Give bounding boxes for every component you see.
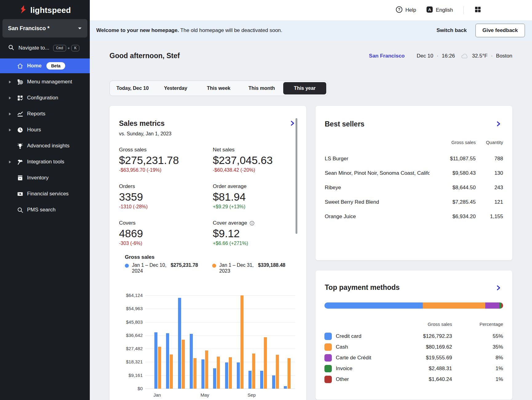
payment-gross-sales: $80,169.62 (400, 344, 452, 350)
sidebar-item-reports[interactable]: Reports (0, 106, 90, 121)
item-name: Sweet Berry Red Blend (325, 199, 430, 205)
switch-back-button[interactable]: Switch back (436, 27, 466, 34)
gross-sales-chart: $0$9,161$18,321$27,482$36,642$45,803$54,… (119, 290, 296, 400)
help-button[interactable]: ? Help (395, 6, 416, 15)
help-question-icon: ? (395, 6, 403, 15)
metric-value: 4869 (119, 227, 213, 240)
sales-metrics-subtitle: vs. Sunday, Jan 1, 2023 (119, 131, 171, 137)
item-gross-sales: $8,644.50 (430, 185, 476, 191)
metric-value: $9.12 (213, 227, 291, 240)
header-meta: San Francisco Dec 10 · 16:26 32.5°F · Bo… (369, 53, 512, 59)
bar-jun-2023 (217, 357, 220, 389)
table-row[interactable]: Invoice$2,488.311% (324, 363, 503, 374)
y-tick-label: $36,642 (119, 333, 143, 338)
metric-delta: -$63,956.70 (-19%) (119, 167, 213, 173)
sidebar-item-label: Menu management (27, 79, 72, 85)
banner-message: Welcome to your new homepage. The old ho… (96, 27, 436, 34)
color-swatch (324, 376, 332, 383)
chart-title: Gross sales (125, 254, 154, 260)
table-row[interactable]: Sweet Berry Red Blend$7,285.45121 (325, 195, 503, 209)
tab-this-year[interactable]: This year (283, 82, 326, 94)
y-tick-label: $27,482 (119, 346, 143, 351)
table-row[interactable]: Credit card$126,792.2355% (324, 331, 503, 342)
table-row[interactable]: Carte de Crédit$19,555.698% (324, 352, 503, 363)
metric-delta: +$6.66 (+271%) (213, 241, 291, 246)
sidebar-item-integration-tools[interactable]: Integration tools (0, 154, 90, 169)
sidebar-item-menu-management[interactable]: Menu management (0, 74, 90, 89)
bar-feb-2023 (170, 354, 173, 389)
language-button[interactable]: A English (426, 6, 453, 15)
metric-delta: +$9.29 (+13%) (213, 204, 291, 210)
bar-jun-2024 (213, 368, 216, 389)
item-name: Orange Juice (325, 214, 430, 220)
payment-methods-chevron-icon[interactable] (496, 285, 501, 292)
sidebar-item-inventory[interactable]: Inventory (0, 170, 90, 185)
bar-nov-2023 (276, 355, 279, 389)
sidebar-item-advanced-insights[interactable]: Advanced insights (0, 138, 90, 153)
sidebar-item-pms-search[interactable]: PMS search (0, 202, 90, 217)
sidebar-item-label: Hours (27, 127, 41, 133)
metric-delta: -$60,438.42 (-20%) (213, 167, 291, 173)
banner-message-bold: Welcome to your new homepage. (96, 27, 179, 33)
table-row[interactable]: Other$1,640.241% (324, 374, 503, 385)
bar-segment-credit-card (324, 302, 423, 309)
give-feedback-button[interactable]: Give feedback (475, 24, 525, 37)
lightspeed-logo[interactable]: lightspeed (0, 5, 90, 15)
language-label: English (436, 7, 453, 13)
header-city: Boston (496, 53, 512, 59)
legend-label: Jan 1 – Dec 10, 2024 (132, 262, 168, 274)
color-swatch (324, 333, 332, 340)
apps-grid-button[interactable] (474, 6, 481, 14)
color-swatch (324, 343, 332, 351)
table-row[interactable]: Sean Minor, Pinot Noir, Sonoma Coast, Ca… (325, 166, 503, 180)
item-quantity: 1,155 (476, 214, 503, 220)
x-tick-label: Jan (153, 392, 161, 398)
bar-jul-2024 (225, 362, 228, 389)
metrics-grid: Gross sales$275,231.78-$63,956.70 (-19%)… (119, 146, 291, 246)
sidebar-search[interactable]: Navigate to... Cmd + K (0, 41, 90, 55)
y-tick-label: $18,321 (119, 359, 143, 364)
tab-this-week[interactable]: This week (197, 82, 240, 94)
tab-yesterday[interactable]: Yesterday (154, 82, 197, 94)
bar-jan-2023 (158, 347, 161, 389)
bar-aug-2023 (240, 295, 244, 389)
sidebar-item-financial-services[interactable]: Financial services (0, 186, 90, 201)
table-row[interactable]: Cash$80,169.6235% (324, 342, 503, 352)
kbd-cmd: Cmd (53, 45, 66, 51)
table-row[interactable]: Ribeye$8,644.50243 (325, 180, 503, 195)
payment-method-name: Credit card (336, 333, 400, 339)
tab-today-dec-10[interactable]: Today, Dec 10 (111, 82, 154, 94)
payment-methods-header: Gross sales Percentage (325, 322, 503, 327)
payment-methods-rows: Credit card$126,792.2355%Cash$80,169.623… (324, 331, 503, 385)
sidebar-item-hours[interactable]: Hours (0, 122, 90, 137)
best-sellers-chevron-icon[interactable] (496, 121, 501, 128)
banner-message-rest: The old homepage will be deactivated soo… (179, 27, 282, 33)
lightspeed-logo-text: lightspeed (30, 6, 71, 15)
payment-gross-sales: $19,555.69 (400, 355, 452, 361)
sidebar-item-configuration[interactable]: Configuration (0, 90, 90, 105)
bar-feb-2024 (166, 333, 169, 389)
metric-gross-sales: Gross sales$275,231.78-$63,956.70 (-19%) (119, 146, 213, 173)
sales-metrics-chevron-icon[interactable] (290, 121, 295, 127)
item-quantity: 121 (476, 199, 503, 205)
metric-orders: Orders3359-1310 (-28%) (119, 183, 213, 210)
location-selector[interactable]: San Francisco * (2, 19, 87, 38)
configuration-icon (16, 95, 24, 101)
table-row[interactable]: Orange Juice$6,934.201,155 (325, 209, 503, 224)
sidebar-item-label: Home (27, 63, 42, 69)
table-row[interactable]: LS Burger$11,087.55788 (325, 151, 503, 166)
item-quantity: 243 (476, 185, 503, 191)
payment-methods-card: Top payment methods Gross sales Percenta… (316, 270, 512, 400)
card-scrollbar[interactable] (296, 118, 297, 234)
metric-delta: -303 (-6%) (119, 241, 213, 246)
sidebar-item-home[interactable]: HomeBeta (0, 58, 90, 73)
bar-apr-2023 (193, 358, 197, 389)
sidebar-item-label: Reports (27, 111, 46, 117)
bar-mar-2023 (182, 340, 185, 389)
metric-label: Orders (119, 183, 213, 190)
y-tick-label: $54,963 (119, 306, 143, 311)
location-link[interactable]: San Francisco (369, 53, 405, 59)
y-tick-label: $64,124 (119, 293, 143, 298)
tab-this-month[interactable]: This month (240, 82, 283, 94)
info-icon[interactable] (249, 221, 255, 226)
